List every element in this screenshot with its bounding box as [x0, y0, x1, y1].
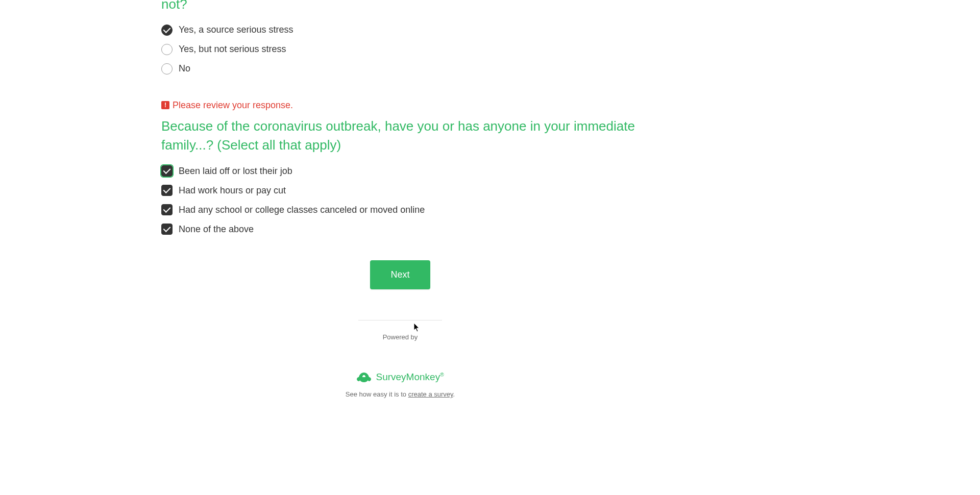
error-icon: !	[161, 101, 169, 109]
error-text: Please review your response.	[173, 100, 293, 111]
radio-label: Yes, a source serious stress	[179, 24, 293, 35]
radio-input[interactable]	[161, 44, 173, 55]
checkbox-label: Had any school or college classes cancel…	[179, 205, 425, 215]
question1-options: Yes, a source serious stress Yes, but no…	[161, 24, 639, 75]
checkbox-label: Had work hours or pay cut	[179, 185, 286, 196]
question2-options: Been laid off or lost their job Had work…	[161, 165, 639, 235]
question1-title-partial: not?	[161, 0, 639, 14]
next-button-container: Next	[161, 260, 639, 289]
checkbox-option-none[interactable]: None of the above	[161, 224, 639, 235]
surveymonkey-logo[interactable]: SurveyMonkey®	[161, 372, 639, 383]
radio-label: No	[179, 63, 190, 74]
logo-text: SurveyMonkey®	[376, 372, 444, 383]
checkbox-input[interactable]	[161, 165, 173, 177]
footer: Powered by SurveyMonkey® See how easy it…	[161, 320, 639, 398]
radio-option-yes-not-serious[interactable]: Yes, but not serious stress	[161, 44, 639, 55]
error-message: ! Please review your response.	[161, 100, 639, 111]
powered-by-text: Powered by	[358, 333, 442, 341]
checkbox-label: None of the above	[179, 224, 254, 235]
monkey-icon	[356, 372, 372, 383]
checkbox-option-hours-cut[interactable]: Had work hours or pay cut	[161, 185, 639, 196]
radio-option-no[interactable]: No	[161, 63, 639, 75]
question2-title: Because of the coronavirus outbreak, hav…	[161, 117, 639, 155]
create-survey-link[interactable]: create a survey	[408, 390, 453, 398]
next-button[interactable]: Next	[370, 260, 430, 289]
checkbox-option-school-canceled[interactable]: Had any school or college classes cancel…	[161, 204, 639, 215]
radio-input[interactable]	[161, 24, 173, 36]
checkbox-input[interactable]	[161, 224, 173, 235]
radio-option-yes-serious[interactable]: Yes, a source serious stress	[161, 24, 639, 36]
checkbox-option-laid-off[interactable]: Been laid off or lost their job	[161, 165, 639, 177]
checkbox-input[interactable]	[161, 204, 173, 215]
footer-see-text: See how easy it is to	[346, 390, 408, 398]
footer-cta: See how easy it is to create a survey.	[161, 390, 639, 398]
checkbox-label: Been laid off or lost their job	[179, 166, 292, 177]
checkbox-input[interactable]	[161, 185, 173, 196]
survey-container: not? Yes, a source serious stress Yes, b…	[161, 0, 639, 289]
radio-label: Yes, but not serious stress	[179, 44, 286, 55]
radio-input[interactable]	[161, 63, 173, 75]
footer-divider-section: Powered by	[358, 320, 442, 341]
